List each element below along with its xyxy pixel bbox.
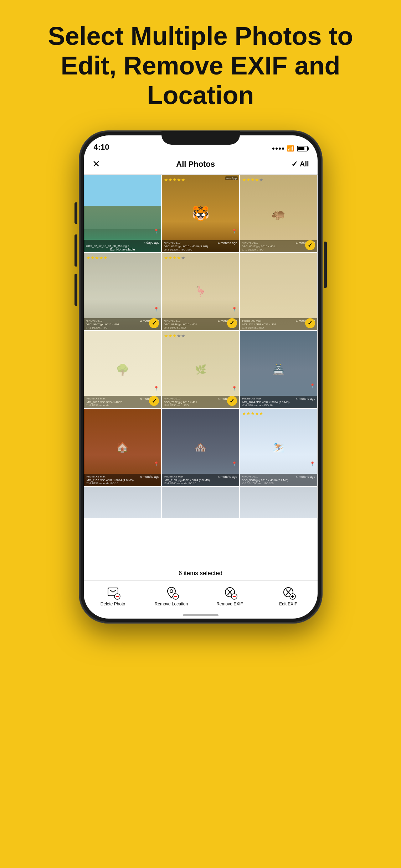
photo-cell[interactable] [84, 486, 162, 518]
home-indicator [84, 611, 318, 619]
camera-label: NIKON D610 [242, 475, 258, 479]
select-all-label: All [300, 160, 309, 168]
photo-date: 4 days ago [86, 241, 160, 244]
screen: 4:10 📶 ✕ All Photos [84, 135, 318, 619]
camera-label: iPhone XS Max [242, 397, 261, 401]
photo-exif: f/2.4 1/345 seconds ISO 16 [164, 482, 237, 485]
photo-row: 📍 4 days ago 2019_02_17_18_05_38_659.jpg… [84, 175, 318, 253]
location-pin-icon: 📍 [232, 461, 237, 466]
selected-badge: ✓ [149, 318, 159, 328]
remove-location-button[interactable]: Remove Location [142, 581, 201, 609]
photo-date: 4 months ago [140, 475, 160, 479]
photo-cell[interactable]: 🌿 ★★★★★ 📍 ✓ NIKON D610 4 months ago DSC_… [161, 331, 240, 409]
location-pin-icon: 📍 [310, 461, 315, 466]
mute-button [74, 202, 77, 224]
remove-location-icon [164, 584, 179, 600]
wifi-icon: 📶 [287, 145, 294, 152]
photo-info: NIKON D610 4 months ago DSC_5588.jpg 601… [240, 474, 317, 486]
location-pin-icon: 📍 [232, 307, 237, 312]
photo-cell[interactable]: ⛷️ ★★★★★ 📍 NIKON D610 4 months ago DSC_5… [240, 408, 318, 486]
photo-cell[interactable]: 🏠 📍 iPhone XS Max 4 months ago IMG_2156.… [84, 408, 162, 486]
nav-title: All Photos [176, 160, 215, 169]
photo-exif: f/2.4 1/88 seconds ISO 16 [242, 404, 315, 407]
photo-info: iPhone XS Max 4 months ago IMG_2155.jpg … [162, 474, 239, 486]
photo-date: 4 months ago [296, 397, 315, 401]
photo-row: 🏠 📍 iPhone XS Max 4 months ago IMG_2156.… [84, 408, 318, 486]
photo-filename: DSC_5588.jpg 6016 x 4016 (2.7 MB) [242, 479, 315, 482]
photo-exif: f/10.0 1/1000 se... ISO 200 [242, 482, 315, 485]
photo-grid: 📍 4 days ago 2019_02_17_18_05_38_659.jpg… [84, 175, 318, 566]
select-all-button[interactable]: ✓ All [291, 160, 309, 169]
remove-exif-label: Remove EXIF [216, 601, 243, 606]
status-time: 4:10 [94, 143, 109, 152]
headline: Select Multiple Photos to Edit, Remove E… [0, 21, 401, 110]
photo-row: ★★★★★ 📍 ✓ NIKON D610 4 months ago DSC_99… [84, 253, 318, 331]
photo-cell[interactable]: 🌳 📍 ✓ iPhone XS Max 4 months ago IMG_269… [84, 331, 162, 409]
volume-down-button [74, 274, 77, 306]
watermark: newApp [225, 176, 238, 180]
stars-icon: ★★★★★ [242, 177, 263, 182]
photo-cell[interactable] [240, 486, 318, 518]
photo-cell[interactable]: ★★★★★ 📍 ✓ NIKON D610 4 months ago DSC_99… [84, 253, 162, 331]
selected-badge: ✓ [305, 318, 315, 328]
headline-line2: Edit, Remove EXIF and Location [61, 51, 340, 109]
photo-date: 4 months ago [296, 475, 315, 479]
photo-info: NIKON D610 4 months ago DSC_0662.jpg 601… [162, 240, 239, 252]
photo-info: iPhone XS Max 4 months ago IMG_2156.JPG … [84, 474, 161, 486]
close-button[interactable]: ✕ [92, 159, 100, 170]
location-pin-icon: 📍 [232, 386, 237, 391]
photo-filename: IMG_2156.JPG 4032 x 3024 (4.8 MB) [86, 479, 160, 482]
photo-cell[interactable]: 🏯 📍 iPhone XS Max 4 months ago IMG_1044.… [240, 331, 318, 409]
notch [161, 131, 240, 145]
photo-cell[interactable]: 🏘️ 📍 iPhone XS Max 4 months ago IMG_2155… [161, 408, 240, 486]
status-icons: 📶 [272, 145, 308, 152]
headline-line1: Select Multiple Photos to [48, 22, 353, 50]
phone-mockup: 4:10 📶 ✕ All Photos [79, 131, 322, 623]
svg-point-3 [170, 590, 173, 593]
battery-icon [297, 146, 308, 151]
photo-row [84, 486, 318, 518]
location-pin-icon: 📍 [154, 229, 159, 234]
location-pin-icon: 📍 [232, 229, 237, 234]
checkmark-icon: ✓ [291, 160, 298, 169]
remove-exif-icon [222, 584, 238, 600]
selected-badge: ✓ [227, 318, 237, 328]
location-pin-icon: 📍 [154, 307, 159, 312]
photo-exif: f/6.3 1/1250... ISO 1600 [164, 248, 237, 251]
selected-count-label: 6 items selected [179, 570, 222, 577]
camera-label: NIKON D610 [164, 241, 180, 245]
edit-exif-button[interactable]: Edit EXIF [259, 581, 318, 609]
location-pin-icon: 📍 [310, 383, 315, 388]
home-indicator-bar [183, 614, 219, 616]
exif-label: Exif Not available [86, 248, 160, 251]
delete-photo-button[interactable]: Delete Photo [84, 581, 142, 609]
delete-photo-icon [105, 584, 121, 600]
photo-filename: IMG_2155.jpg 4032 x 3024 (3.5 MB) [164, 479, 237, 482]
photo-date: 4 months ago [218, 475, 237, 479]
photo-cell[interactable]: 📍 4 days ago 2019_02_17_18_05_38_659.jpg… [84, 175, 162, 253]
photo-date: 4 months ago [218, 241, 237, 245]
photo-cell[interactable]: 🐯 ★★★★★ 📍 newApp NIKON D610 4 months ago… [161, 175, 240, 253]
photo-cell[interactable]: 🦩 ★★★★★ 📍 ✓ NIKON D610 4 months ago DSC_… [161, 253, 240, 331]
photo-row: 🌳 📍 ✓ iPhone XS Max 4 months ago IMG_269… [84, 331, 318, 409]
location-pin-icon: 📍 [154, 386, 159, 391]
selected-count: 6 items selected [84, 566, 318, 580]
photo-info: iPhone XS Max 4 months ago IMG_1044.JPG … [240, 396, 317, 408]
volume-up-button [74, 234, 77, 267]
delete-photo-label: Delete Photo [101, 601, 125, 606]
phone-frame: 4:10 📶 ✕ All Photos [79, 131, 322, 623]
photo-filename: DSC_0662.jpg 6016 x 4016 (3 MB) [164, 245, 237, 248]
edit-exif-label: Edit EXIF [279, 601, 297, 606]
nav-bar: ✕ All Photos ✓ All [84, 154, 318, 175]
photo-cell[interactable]: ✓ iPhone XS Max 4 months ago IMG_4241.JP… [240, 253, 318, 331]
stars-icon: ★★★★★ [242, 411, 263, 416]
power-button [324, 242, 327, 288]
photo-exif: f/2.4 1/153 seconds ISO 16 [86, 482, 160, 485]
photo-cell[interactable] [161, 486, 240, 518]
stars-icon: ★★★★★ [164, 255, 185, 260]
camera-label: iPhone XS Max [86, 475, 106, 479]
location-pin-icon: 📍 [154, 461, 159, 466]
remove-exif-button[interactable]: Remove EXIF [201, 581, 259, 609]
bottom-toolbar: Delete Photo Remove Location [84, 580, 318, 611]
photo-cell[interactable]: 🦛 ★★★★★ ✓ NIKON D610 4 months ago DSC_00… [240, 175, 318, 253]
